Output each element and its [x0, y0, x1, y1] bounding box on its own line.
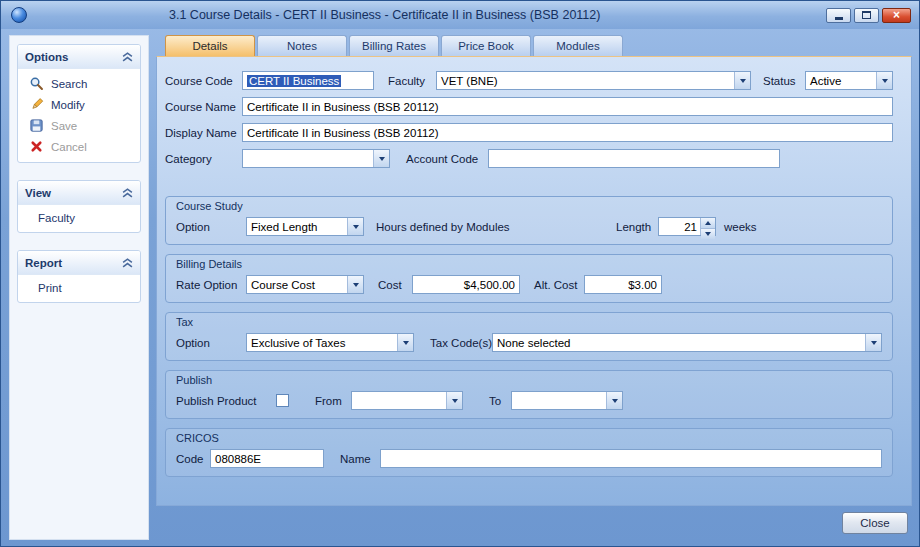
rate-option-value: Course Cost: [247, 276, 347, 293]
sidebar-item-label: Faculty: [38, 212, 75, 224]
length-spinner[interactable]: 21: [658, 217, 716, 236]
report-panel-title: Report: [25, 257, 62, 269]
close-window-button[interactable]: ×: [882, 8, 911, 23]
weeks-label: weeks: [724, 221, 757, 233]
minimize-button[interactable]: [826, 8, 851, 23]
course-study-option-combobox[interactable]: Fixed Length: [246, 217, 364, 236]
sidebar-item-faculty[interactable]: Faculty: [18, 209, 140, 227]
spin-down-icon[interactable]: [701, 228, 715, 239]
rate-option-label: Rate Option: [176, 279, 246, 291]
sidebar-item-label: Cancel: [51, 141, 87, 153]
publish-to-combobox[interactable]: [511, 391, 623, 410]
tab-details[interactable]: Details: [165, 35, 255, 56]
chevron-down-icon[interactable]: [397, 334, 413, 351]
course-name-label: Course Name: [165, 101, 242, 113]
tax-title: Tax: [176, 316, 882, 328]
sidebar-item-label: Print: [38, 282, 62, 294]
hours-defined-label: Hours defined by Modules: [376, 221, 556, 233]
close-icon: ×: [893, 10, 900, 21]
chevron-down-icon[interactable]: [347, 218, 363, 235]
minimize-icon: [835, 17, 843, 20]
category-value: [243, 150, 373, 167]
sidebar-item-cancel[interactable]: Cancel: [18, 136, 140, 157]
status-combobox[interactable]: Active: [805, 71, 893, 90]
collapse-chevron-icon: [122, 258, 133, 268]
tax-codes-combobox[interactable]: None selected: [492, 333, 882, 352]
display-name-input[interactable]: Certificate II in Business (BSB 20112): [242, 123, 893, 142]
cancel-icon: [29, 139, 44, 154]
alt-cost-input[interactable]: $3.00: [584, 275, 662, 294]
title-bar[interactable]: 3.1 Course Details - CERT II Business - …: [1, 1, 919, 29]
collapse-chevron-icon: [122, 188, 133, 198]
sidebar-item-save[interactable]: Save: [18, 115, 140, 136]
faculty-label: Faculty: [388, 75, 436, 87]
sidebar-item-label: Modify: [51, 99, 85, 111]
faculty-combobox[interactable]: VET (BNE): [436, 71, 751, 90]
chevron-down-icon[interactable]: [347, 276, 363, 293]
tab-strip: Details Notes Billing Rates Price Book M…: [156, 35, 912, 56]
tab-modules[interactable]: Modules: [533, 35, 623, 56]
sidebar-item-modify[interactable]: Modify: [18, 94, 140, 115]
sidebar-item-print[interactable]: Print: [18, 279, 140, 297]
alt-cost-label: Alt. Cost: [534, 279, 584, 291]
tab-billing-rates[interactable]: Billing Rates: [349, 35, 439, 56]
options-panel: Options Search Modify: [17, 44, 141, 163]
length-value: 21: [659, 218, 700, 235]
publish-from-combobox[interactable]: [351, 391, 463, 410]
course-name-input[interactable]: Certificate II in Business (BSB 20112): [242, 97, 893, 116]
tab-price-book[interactable]: Price Book: [441, 35, 531, 56]
display-name-value: Certificate II in Business (BSB 20112): [247, 127, 439, 139]
tax-codes-value: None selected: [493, 334, 865, 351]
close-button[interactable]: Close: [842, 512, 908, 534]
chevron-down-icon[interactable]: [373, 150, 389, 167]
tax-option-value: Exclusive of Taxes: [247, 334, 397, 351]
view-panel-header[interactable]: View: [18, 181, 140, 205]
details-tab-content: Course Code CERT II Business Faculty VET…: [156, 56, 912, 506]
save-icon: [29, 118, 44, 133]
account-code-label: Account Code: [406, 153, 488, 165]
tab-notes[interactable]: Notes: [257, 35, 347, 56]
view-panel-title: View: [25, 187, 51, 199]
spin-up-icon[interactable]: [701, 218, 715, 228]
pencil-icon: [29, 97, 44, 112]
course-study-title: Course Study: [176, 200, 882, 212]
category-label: Category: [165, 153, 242, 165]
publish-product-label: Publish Product: [176, 395, 276, 407]
chevron-down-icon[interactable]: [734, 72, 750, 89]
chevron-down-icon[interactable]: [876, 72, 892, 89]
window-title: 3.1 Course Details - CERT II Business - …: [33, 8, 826, 22]
cricos-name-label: Name: [340, 453, 380, 465]
cricos-code-label: Code: [176, 453, 210, 465]
publish-to-label: To: [489, 395, 511, 407]
cricos-title: CRICOS: [176, 432, 882, 444]
sidebar-item-search[interactable]: Search: [18, 73, 140, 94]
publish-from-label: From: [315, 395, 351, 407]
chevron-down-icon[interactable]: [606, 392, 622, 409]
publish-product-checkbox[interactable]: [276, 394, 289, 407]
rate-option-combobox[interactable]: Course Cost: [246, 275, 364, 294]
cost-label: Cost: [378, 279, 412, 291]
course-details-window: 3.1 Course Details - CERT II Business - …: [0, 0, 920, 547]
display-name-label: Display Name: [165, 127, 242, 139]
report-panel-header[interactable]: Report: [18, 251, 140, 275]
maximize-button[interactable]: [854, 8, 879, 23]
billing-details-title: Billing Details: [176, 258, 882, 270]
faculty-value: VET (BNE): [437, 72, 734, 89]
cricos-code-value: 080886E: [215, 453, 261, 465]
category-combobox[interactable]: [242, 149, 390, 168]
options-panel-header[interactable]: Options: [18, 45, 140, 69]
account-code-input[interactable]: [488, 149, 780, 168]
chevron-down-icon[interactable]: [865, 334, 881, 351]
tax-option-combobox[interactable]: Exclusive of Taxes: [246, 333, 414, 352]
course-code-input[interactable]: CERT II Business: [242, 71, 374, 90]
chevron-down-icon[interactable]: [446, 392, 462, 409]
cost-value: $4,500.00: [464, 279, 515, 291]
course-code-label: Course Code: [165, 75, 242, 87]
publish-group: Publish Publish Product From To: [165, 370, 893, 419]
options-panel-title: Options: [25, 51, 68, 63]
cricos-name-input[interactable]: [380, 449, 882, 468]
cricos-group: CRICOS Code 080886E Name: [165, 428, 893, 477]
sidebar-item-label: Save: [51, 120, 77, 132]
cost-input[interactable]: $4,500.00: [412, 275, 520, 294]
cricos-code-input[interactable]: 080886E: [210, 449, 324, 468]
